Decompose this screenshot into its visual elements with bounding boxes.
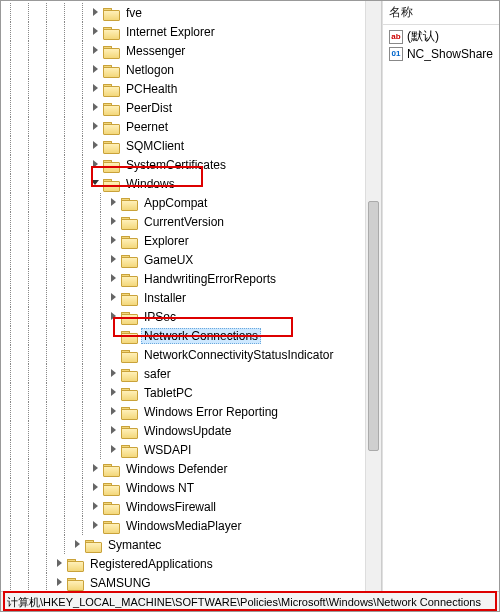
expand-icon[interactable]: [109, 216, 120, 227]
expand-icon[interactable]: [91, 7, 102, 18]
registry-tree-pane[interactable]: fveInternet ExplorerMessengerNetlogonPCH…: [1, 1, 382, 591]
tree-item-label[interactable]: Netlogon: [123, 62, 177, 78]
expand-icon[interactable]: [109, 387, 120, 398]
tree-item[interactable]: Windows NT: [1, 478, 381, 497]
expand-icon[interactable]: [109, 425, 120, 436]
tree-item-label[interactable]: IPSec: [141, 309, 179, 325]
tree-item[interactable]: WindowsUpdate: [1, 421, 381, 440]
tree-item-label[interactable]: WindowsUpdate: [141, 423, 234, 439]
tree-item-label[interactable]: TabletPC: [141, 385, 196, 401]
tree-item[interactable]: Windows Error Reporting: [1, 402, 381, 421]
expand-icon[interactable]: [109, 444, 120, 455]
tree-item-label[interactable]: WindowsMediaPlayer: [123, 518, 244, 534]
tree-item[interactable]: Windows Defender: [1, 459, 381, 478]
tree-item-label[interactable]: NetworkConnectivityStatusIndicator: [141, 347, 336, 363]
column-header-name[interactable]: 名称: [383, 1, 499, 25]
expand-icon[interactable]: [91, 463, 102, 474]
expand-icon[interactable]: [109, 235, 120, 246]
tree-item-label[interactable]: WSDAPI: [141, 442, 194, 458]
expand-icon[interactable]: [109, 273, 120, 284]
tree-item[interactable]: PCHealth: [1, 79, 381, 98]
expand-icon[interactable]: [91, 501, 102, 512]
expand-icon[interactable]: [91, 121, 102, 132]
tree-item[interactable]: fve: [1, 3, 381, 22]
list-item[interactable]: 01NC_ShowShare: [383, 46, 499, 62]
tree-item[interactable]: IPSec: [1, 307, 381, 326]
tree-item[interactable]: WindowsMediaPlayer: [1, 516, 381, 535]
tree-item-label[interactable]: fve: [123, 5, 145, 21]
tree-item-label[interactable]: Windows Defender: [123, 461, 230, 477]
tree-item[interactable]: Peernet: [1, 117, 381, 136]
tree-item[interactable]: Symantec: [1, 535, 381, 554]
expand-icon[interactable]: [91, 64, 102, 75]
tree-item-label[interactable]: Installer: [141, 290, 189, 306]
tree-item[interactable]: Messenger: [1, 41, 381, 60]
expand-icon[interactable]: [55, 577, 66, 588]
expand-icon[interactable]: [55, 558, 66, 569]
expand-icon[interactable]: [91, 482, 102, 493]
collapse-icon[interactable]: [91, 178, 102, 189]
tree-item-label[interactable]: WindowsFirewall: [123, 499, 219, 515]
tree-item[interactable]: safer: [1, 364, 381, 383]
tree-item[interactable]: Netlogon: [1, 60, 381, 79]
tree-item-label[interactable]: Windows Error Reporting: [141, 404, 281, 420]
tree-item[interactable]: NetworkConnectivityStatusIndicator: [1, 345, 381, 364]
tree-item-label[interactable]: Windows NT: [123, 480, 197, 496]
expand-icon[interactable]: [109, 292, 120, 303]
tree-item[interactable]: AppCompat: [1, 193, 381, 212]
tree-item-label[interactable]: Internet Explorer: [123, 24, 218, 40]
expand-icon[interactable]: [91, 102, 102, 113]
expand-icon[interactable]: [109, 311, 120, 322]
expand-icon[interactable]: [73, 539, 84, 550]
tree-item-label[interactable]: HandwritingErrorReports: [141, 271, 279, 287]
tree-item-label[interactable]: Explorer: [141, 233, 192, 249]
tree-scrollbar[interactable]: [365, 1, 381, 591]
scrollbar-thumb[interactable]: [368, 201, 379, 451]
tree-item-label[interactable]: AppCompat: [141, 195, 210, 211]
expand-icon[interactable]: [91, 140, 102, 151]
tree-item[interactable]: WSDAPI: [1, 440, 381, 459]
list-item[interactable]: ab(默认): [383, 27, 499, 46]
tree-item[interactable]: Windows: [1, 174, 381, 193]
tree-item-label[interactable]: SystemCertificates: [123, 157, 229, 173]
tree-item-label[interactable]: CurrentVersion: [141, 214, 227, 230]
tree-item[interactable]: RegisteredApplications: [1, 554, 381, 573]
tree-item-label[interactable]: safer: [141, 366, 174, 382]
tree-item-label[interactable]: Messenger: [123, 43, 188, 59]
tree-guide: [1, 440, 19, 459]
tree-item[interactable]: Network Connections: [1, 326, 381, 345]
tree-item-label[interactable]: GameUX: [141, 252, 196, 268]
expand-icon[interactable]: [91, 45, 102, 56]
tree-item[interactable]: SystemCertificates: [1, 155, 381, 174]
tree-item-label[interactable]: Symantec: [105, 537, 164, 553]
tree-item[interactable]: Installer: [1, 288, 381, 307]
expand-icon[interactable]: [91, 83, 102, 94]
expand-icon[interactable]: [109, 197, 120, 208]
tree-item[interactable]: CurrentVersion: [1, 212, 381, 231]
tree-item[interactable]: WindowsFirewall: [1, 497, 381, 516]
tree-item[interactable]: SQMClient: [1, 136, 381, 155]
tree-item-label[interactable]: Network Connections: [141, 328, 261, 344]
tree-item[interactable]: PeerDist: [1, 98, 381, 117]
tree-item[interactable]: SAMSUNG: [1, 573, 381, 591]
tree-item[interactable]: Internet Explorer: [1, 22, 381, 41]
tree-item-label[interactable]: SAMSUNG: [87, 575, 154, 591]
tree-item[interactable]: HandwritingErrorReports: [1, 269, 381, 288]
tree-guide: [19, 79, 37, 98]
tree-item-label[interactable]: PCHealth: [123, 81, 180, 97]
expand-icon[interactable]: [109, 406, 120, 417]
expand-icon[interactable]: [91, 26, 102, 37]
expand-icon[interactable]: [109, 368, 120, 379]
expand-icon[interactable]: [109, 254, 120, 265]
expand-icon[interactable]: [91, 520, 102, 531]
tree-item-label[interactable]: Windows: [123, 176, 178, 192]
tree-item-label[interactable]: SQMClient: [123, 138, 187, 154]
tree-item[interactable]: Explorer: [1, 231, 381, 250]
tree-item-label[interactable]: Peernet: [123, 119, 171, 135]
tree-item[interactable]: TabletPC: [1, 383, 381, 402]
tree-item[interactable]: GameUX: [1, 250, 381, 269]
tree-guide: [73, 364, 91, 383]
expand-icon[interactable]: [91, 159, 102, 170]
tree-item-label[interactable]: RegisteredApplications: [87, 556, 216, 572]
tree-item-label[interactable]: PeerDist: [123, 100, 175, 116]
